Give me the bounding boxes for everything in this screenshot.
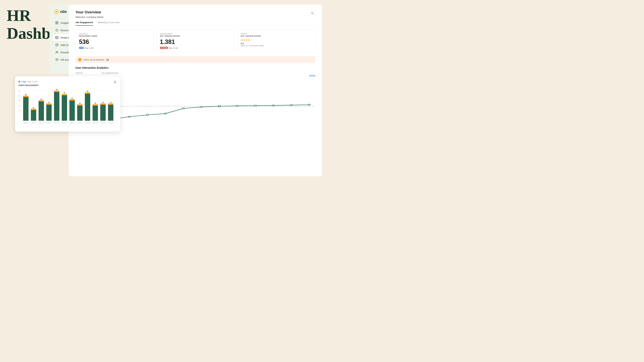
ue-title: USER ENGAGEMENT xyxy=(18,84,117,86)
rating-value: 4.4 xyxy=(241,42,312,45)
svg-rect-64 xyxy=(46,104,52,121)
metric-label-engagement: AVG. SESSION RATING xyxy=(160,35,231,37)
alert-icon xyxy=(78,58,82,61)
svg-text:SEP '22: SEP '22 xyxy=(70,122,74,124)
table-icon xyxy=(55,36,58,39)
svg-point-7 xyxy=(57,29,58,30)
svg-point-1 xyxy=(56,11,57,12)
svg-rect-65 xyxy=(46,103,52,105)
svg-text:19: 19 xyxy=(48,102,50,103)
svg-rect-2 xyxy=(56,21,57,23)
metric-label-impact: AVG. SESSION RATING xyxy=(241,35,312,37)
svg-point-39 xyxy=(272,105,274,106)
svg-rect-61 xyxy=(38,100,44,101)
svg-text:MAR '22: MAR '22 xyxy=(24,122,28,124)
period-label: PERIOD xyxy=(76,72,99,74)
analytics-title: User Interaction Analytics xyxy=(76,66,315,69)
metric-change-interest: +15 Aug. vs Jul. xyxy=(79,47,150,49)
sidebar-item-insights-label: Insights xyxy=(60,21,69,24)
change-badge-engagement: ⊘ 5.3pp xyxy=(160,47,168,49)
svg-text:19: 19 xyxy=(102,102,104,103)
svg-point-35 xyxy=(200,106,202,108)
svg-rect-88 xyxy=(92,105,98,121)
ue-header: 3.3pp Aug. vs Jul. xyxy=(18,80,117,84)
bar-chart-svg: 35 30 25 20 15 28 MAR '22 13 APR '22 xyxy=(18,88,117,127)
svg-rect-77 xyxy=(70,99,75,100)
svg-point-38 xyxy=(254,105,256,106)
tab-nilo-engagement[interactable]: nilo Engagement xyxy=(76,21,93,26)
svg-rect-97 xyxy=(108,103,113,105)
svg-rect-81 xyxy=(77,104,82,106)
metrics-row: Interest REGISTERED USERS 536 +15 Aug. v… xyxy=(69,26,322,56)
change-badge-interest: +15 xyxy=(79,47,84,49)
collaborators-label: COLLABORATORS xyxy=(101,72,120,74)
svg-rect-3 xyxy=(57,21,58,23)
svg-point-32 xyxy=(146,114,148,116)
box-icon xyxy=(55,43,58,46)
logo-text: nilo xyxy=(60,9,67,14)
svg-text:FEB '23: FEB '23 xyxy=(108,122,113,124)
show-button[interactable]: SHOW xyxy=(309,75,315,77)
svg-rect-76 xyxy=(70,100,75,121)
rating-note: based on 1.100 session ratings xyxy=(241,45,312,46)
svg-point-41 xyxy=(308,104,310,105)
svg-text:13: 13 xyxy=(33,107,34,108)
svg-rect-5 xyxy=(57,23,58,24)
metric-value-engagement: 1.381 xyxy=(160,38,231,45)
svg-point-37 xyxy=(236,105,238,107)
svg-text:AUG '22: AUG '22 xyxy=(62,122,67,124)
tab-wellbeing[interactable]: Wellbeing of your team xyxy=(98,21,120,26)
download-button[interactable] xyxy=(113,80,117,84)
svg-text:34: 34 xyxy=(56,89,58,90)
svg-text:28: 28 xyxy=(25,94,27,95)
sidebar-item-add-ons-label: Add-ons xyxy=(60,43,70,46)
svg-rect-60 xyxy=(38,101,44,121)
metric-card-impact: Impact AVG. SESSION RATING ★★★★★ 4.4 bas… xyxy=(237,30,315,52)
svg-rect-72 xyxy=(62,95,67,121)
ue-badge: 3.3pp Aug. vs Jul. xyxy=(18,80,38,83)
svg-text:30: 30 xyxy=(18,95,20,97)
svg-text:30: 30 xyxy=(64,92,65,94)
metric-category-impact: Impact xyxy=(241,33,312,35)
svg-text:APR '22: APR '22 xyxy=(31,122,36,124)
alert-text: Users out of sessions: xyxy=(83,58,105,61)
svg-point-18 xyxy=(80,60,80,60)
svg-point-40 xyxy=(290,104,292,106)
svg-text:25: 25 xyxy=(18,100,20,102)
svg-text:24: 24 xyxy=(71,97,73,99)
search-button[interactable] xyxy=(309,10,315,16)
svg-point-31 xyxy=(128,116,130,117)
svg-rect-89 xyxy=(92,104,98,106)
dashboard-header: Your Overview Welcome, Company Name nilo… xyxy=(69,5,322,26)
stars-rating: ★★★★★ xyxy=(241,38,312,41)
alert-count: 13 xyxy=(106,58,109,61)
overview-title: Your Overview xyxy=(76,10,315,14)
svg-text:18: 18 xyxy=(79,102,81,104)
svg-text:32: 32 xyxy=(87,90,88,92)
svg-line-16 xyxy=(313,13,314,14)
svg-text:20: 20 xyxy=(18,105,20,106)
svg-rect-69 xyxy=(54,91,59,92)
metric-category-interest: Interest xyxy=(79,33,150,35)
svg-text:JUN '22: JUN '22 xyxy=(47,122,51,124)
ue-badge-value: 3.3pp xyxy=(21,80,26,83)
change-text-interest: Aug. vs Jul. xyxy=(84,47,94,49)
svg-rect-68 xyxy=(54,92,59,121)
user-engagement-card: 3.3pp Aug. vs Jul. USER ENGAGEMENT 35 30… xyxy=(15,76,120,132)
grid-icon xyxy=(55,21,58,24)
svg-text:DEC '22: DEC '22 xyxy=(93,122,98,124)
metric-card-interest: Interest REGISTERED USERS 536 +15 Aug. v… xyxy=(76,30,154,52)
users-icon xyxy=(55,51,58,54)
change-text-engagement: Aug. vs Jul. xyxy=(169,47,178,49)
svg-rect-53 xyxy=(23,96,28,97)
ue-badge-dot xyxy=(18,81,20,82)
svg-rect-73 xyxy=(62,94,67,95)
welcome-text: Welcome, Company Name xyxy=(76,16,315,18)
alert-bar: Users out of sessions: 13 xyxy=(76,56,315,63)
svg-text:MAY '22: MAY '22 xyxy=(39,122,44,124)
metric-card-engagement: Engagement AVG. SESSION RATING 1.381 ⊘ 5… xyxy=(156,30,234,52)
nilo-logo-icon xyxy=(54,9,59,14)
metric-change-engagement: ⊘ 5.3pp Aug. vs Jul. xyxy=(160,47,231,49)
svg-rect-93 xyxy=(100,103,106,105)
svg-text:JAN '23: JAN '23 xyxy=(101,122,105,124)
